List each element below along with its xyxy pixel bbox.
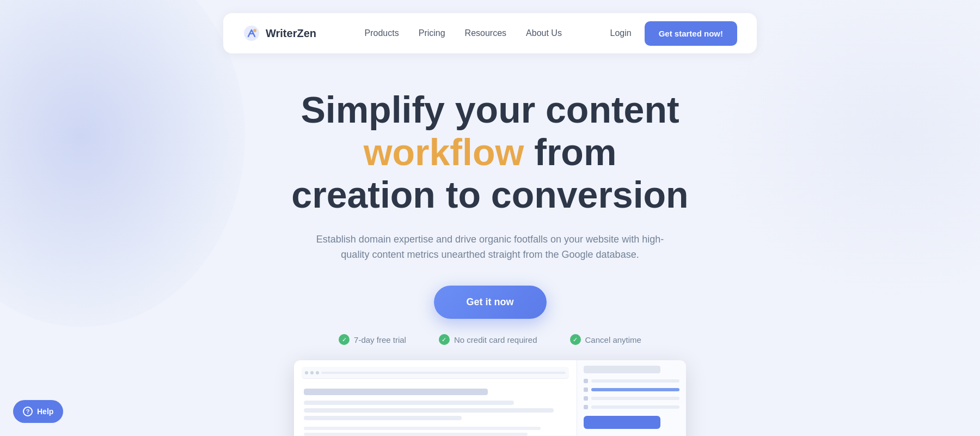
sidebar-item-2 xyxy=(584,387,679,392)
nav-right: Login Get started now! xyxy=(610,21,737,46)
svg-point-1 xyxy=(253,29,256,32)
trust-badge-no-cc-label: No credit card required xyxy=(454,335,537,344)
app-screenshot xyxy=(294,360,686,436)
logo-link[interactable]: WriterZen xyxy=(243,25,316,42)
sidebar-dot-4 xyxy=(584,405,588,409)
sidebar-dot-1 xyxy=(584,379,588,383)
trust-badge-cancel: ✓ Cancel anytime xyxy=(570,334,641,345)
nav-links: Products Pricing Resources About Us xyxy=(365,28,562,38)
sidebar-bar-2 xyxy=(591,388,679,391)
editor-line-2 xyxy=(304,408,554,413)
editor-content xyxy=(302,384,569,436)
toolbar-dot-3 xyxy=(316,371,319,374)
trust-badges: ✓ 7-day free trial ✓ No credit card requ… xyxy=(11,334,969,345)
toolbar-dot-1 xyxy=(305,371,308,374)
hero-title-part1: Simplify your content xyxy=(301,89,679,130)
text-line-2 xyxy=(304,433,528,436)
screenshot-inner xyxy=(294,360,686,436)
check-icon-cancel: ✓ xyxy=(570,334,581,345)
screenshot-sidebar xyxy=(577,360,686,436)
trust-badge-cancel-label: Cancel anytime xyxy=(585,335,641,344)
nav-link-pricing[interactable]: Pricing xyxy=(419,28,445,38)
sidebar-item-1 xyxy=(584,379,679,383)
help-circle-icon: ? xyxy=(23,407,33,416)
sidebar-header xyxy=(584,366,660,373)
hero-subtitle: Establish domain expertise and drive org… xyxy=(305,232,675,263)
help-label: Help xyxy=(37,407,53,416)
login-link[interactable]: Login xyxy=(610,28,631,38)
sidebar-item-4 xyxy=(584,405,679,409)
sidebar-dot-3 xyxy=(584,396,588,401)
editor-toolbar xyxy=(302,367,569,379)
editor-text-block xyxy=(304,427,567,436)
text-line-1 xyxy=(304,427,541,430)
nav-link-about[interactable]: About Us xyxy=(526,28,562,38)
hero-cta-button[interactable]: Get it now xyxy=(434,286,547,319)
check-icon-trial: ✓ xyxy=(339,334,350,345)
sidebar-bar-4 xyxy=(591,405,679,409)
navbar: WriterZen Products Pricing Resources Abo… xyxy=(223,13,757,53)
screenshot-container xyxy=(0,360,980,436)
editor-line-3 xyxy=(304,416,462,420)
toolbar-dot-2 xyxy=(310,371,314,374)
screenshot-editor xyxy=(294,360,577,436)
sidebar-bar-3 xyxy=(591,397,679,400)
nav-cta-button[interactable]: Get started now! xyxy=(645,21,737,46)
editor-title-line xyxy=(304,389,488,395)
help-button[interactable]: ? Help xyxy=(13,400,63,423)
hero-title: Simplify your content workflow fromcreat… xyxy=(218,88,762,216)
nav-link-products[interactable]: Products xyxy=(365,28,399,38)
trust-badge-no-cc: ✓ No credit card required xyxy=(439,334,537,345)
sidebar-action-button xyxy=(584,416,660,429)
hero-section: Simplify your content workflow fromcreat… xyxy=(0,66,980,345)
nav-link-resources[interactable]: Resources xyxy=(465,28,506,38)
logo-text: WriterZen xyxy=(266,27,316,40)
trust-badge-trial-label: 7-day free trial xyxy=(354,335,406,344)
hero-title-highlight: workflow xyxy=(364,131,524,173)
toolbar-bar xyxy=(321,372,566,374)
check-icon-no-cc: ✓ xyxy=(439,334,450,345)
sidebar-dot-2 xyxy=(584,387,588,392)
trust-badge-trial: ✓ 7-day free trial xyxy=(339,334,406,345)
sidebar-item-3 xyxy=(584,396,679,401)
sidebar-bar-1 xyxy=(591,379,679,383)
editor-line-1 xyxy=(304,401,514,405)
logo-icon xyxy=(243,25,260,42)
